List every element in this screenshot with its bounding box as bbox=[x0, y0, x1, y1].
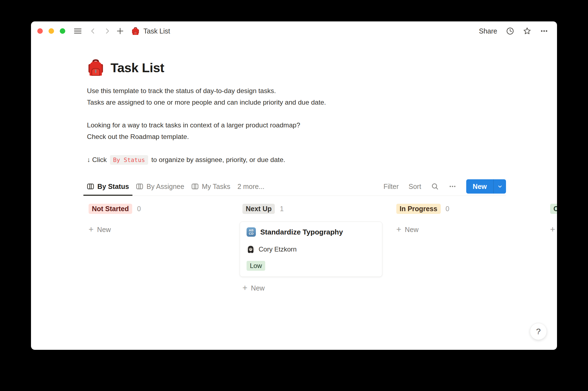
card-tags-row: Low bbox=[247, 261, 375, 271]
filter-button[interactable]: Filter bbox=[383, 183, 399, 191]
help-label: ? bbox=[536, 327, 541, 336]
add-card-button[interactable]: + New bbox=[396, 225, 419, 234]
plus-icon: + bbox=[242, 284, 247, 292]
column-count: 0 bbox=[446, 205, 450, 213]
hint-line: ↓ Click By Status to organize by assigne… bbox=[87, 154, 285, 166]
card-title-row: ABCD Standardize Typography bbox=[247, 227, 375, 237]
more-options-ellipsis-icon[interactable] bbox=[540, 27, 548, 35]
board-view-icon bbox=[191, 183, 199, 190]
hint-prefix: ↓ Click bbox=[87, 156, 107, 164]
board-view-icon bbox=[87, 183, 94, 190]
tab-label: By Assignee bbox=[146, 183, 184, 191]
plus-icon: + bbox=[396, 225, 401, 234]
view-options-ellipsis-icon[interactable] bbox=[449, 183, 456, 190]
new-button[interactable]: New bbox=[466, 179, 493, 194]
roadmap-line: Check out the Roadmap template. bbox=[87, 133, 189, 140]
add-card-button[interactable]: + New bbox=[89, 225, 111, 234]
column-count: 1 bbox=[280, 205, 284, 213]
tab-label: By Status bbox=[97, 183, 129, 191]
sidebar-menu-icon[interactable] bbox=[74, 28, 81, 34]
tab-label: 2 more... bbox=[238, 183, 265, 191]
tab-more-views[interactable]: 2 more... bbox=[234, 177, 268, 196]
view-toolbar: By Status By Assignee My Tasks bbox=[87, 177, 506, 196]
board-column-in-progress: In Progress 0 + New bbox=[394, 204, 536, 293]
card-title: Standardize Typography bbox=[260, 228, 343, 236]
plus-icon: + bbox=[550, 225, 555, 234]
add-card-button[interactable]: + New bbox=[242, 283, 265, 293]
notion-window: Task List Share Task List bbox=[31, 21, 557, 350]
status-badge-not-started: Not Started bbox=[89, 204, 132, 214]
plus-icon: + bbox=[89, 225, 94, 234]
card-assignee-row: Cory Etzkorn bbox=[247, 245, 375, 254]
updates-clock-icon[interactable] bbox=[506, 27, 514, 35]
desktop-background: Task List Share Task List bbox=[0, 0, 588, 391]
view-controls: Filter Sort New bbox=[383, 177, 506, 196]
column-header[interactable]: Complete bbox=[550, 204, 557, 214]
roadmap-line: Looking for a way to track tasks in cont… bbox=[87, 121, 300, 129]
tab-by-status[interactable]: By Status bbox=[83, 177, 132, 196]
intro-line: Use this template to track the status of… bbox=[87, 87, 276, 94]
search-icon[interactable] bbox=[431, 183, 439, 190]
kanban-board: Not Started 0 + New Next Up 1 ABCD Stand… bbox=[86, 204, 557, 293]
column-header[interactable]: Next Up 1 bbox=[242, 204, 382, 214]
board-column-next-up: Next Up 1 ABCD Standardize Typography Co… bbox=[240, 204, 382, 293]
intro-line: Tasks are assigned to one or more people… bbox=[87, 99, 326, 106]
close-window-button[interactable] bbox=[37, 28, 43, 34]
column-count: 0 bbox=[137, 205, 141, 213]
tab-label: My Tasks bbox=[202, 183, 230, 191]
column-header[interactable]: Not Started 0 bbox=[89, 204, 228, 214]
add-card-label: New bbox=[97, 226, 111, 234]
help-button[interactable]: ? bbox=[530, 323, 547, 340]
roadmap-paragraph: Looking for a way to track tasks in cont… bbox=[87, 119, 300, 143]
intro-paragraph: Use this template to track the status of… bbox=[87, 85, 326, 108]
assignee-avatar bbox=[247, 245, 255, 253]
sort-button[interactable]: Sort bbox=[409, 183, 421, 191]
page-heading: Task List bbox=[87, 59, 164, 76]
view-tabs: By Status By Assignee My Tasks bbox=[83, 177, 268, 196]
add-card-button[interactable]: + New bbox=[550, 225, 557, 234]
task-card[interactable]: ABCD Standardize Typography Cory Etzkorn… bbox=[240, 222, 382, 277]
column-header[interactable]: In Progress 0 bbox=[396, 204, 536, 214]
assignee-name: Cory Etzkorn bbox=[259, 245, 297, 253]
hint-suffix: to organize by assignee, priority, or du… bbox=[151, 156, 285, 164]
board-view-icon bbox=[136, 183, 143, 190]
minimize-window-button[interactable] bbox=[49, 28, 54, 34]
page-content: Task List Use this template to track the… bbox=[87, 21, 506, 350]
board-column-complete: Complete + New bbox=[547, 204, 557, 293]
favorite-star-icon[interactable] bbox=[523, 27, 531, 35]
page-title: Task List bbox=[111, 60, 164, 75]
backpack-emoji-icon bbox=[87, 59, 104, 76]
new-dropdown-chevron-icon[interactable] bbox=[493, 179, 506, 194]
tab-my-tasks[interactable]: My Tasks bbox=[188, 177, 234, 196]
abcd-emoji-icon: ABCD bbox=[247, 227, 256, 237]
status-badge-next-up: Next Up bbox=[242, 204, 275, 214]
fullscreen-window-button[interactable] bbox=[60, 28, 65, 34]
add-card-label: New bbox=[405, 226, 419, 234]
add-card-label: New bbox=[251, 284, 265, 292]
board-column-not-started: Not Started 0 + New bbox=[86, 204, 228, 293]
priority-badge-low: Low bbox=[247, 261, 265, 271]
new-split-button: New bbox=[466, 179, 506, 194]
hint-code-by-status: By Status bbox=[110, 155, 148, 165]
window-controls bbox=[37, 28, 65, 34]
status-badge-complete: Complete bbox=[550, 204, 557, 214]
tab-by-assignee[interactable]: By Assignee bbox=[132, 177, 188, 196]
status-badge-in-progress: In Progress bbox=[396, 204, 441, 214]
